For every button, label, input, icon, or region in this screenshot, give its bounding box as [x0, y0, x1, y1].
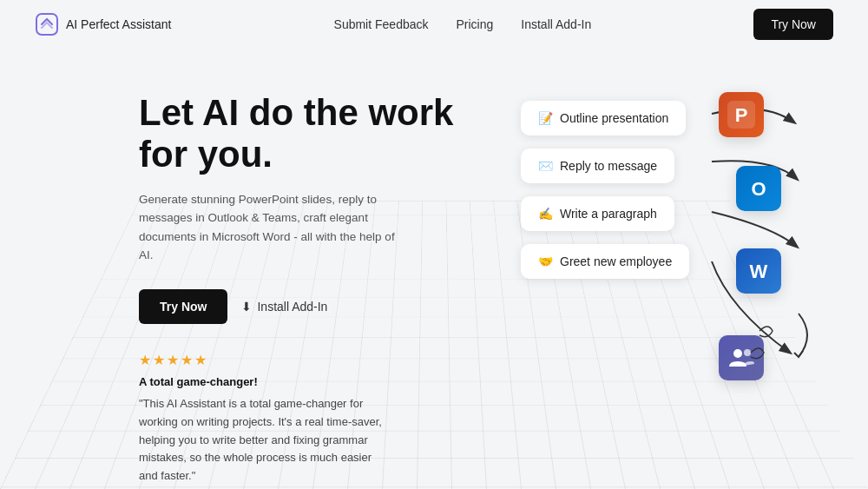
app-icon-outlook: O: [736, 166, 781, 211]
star-1: ★: [139, 352, 151, 368]
svg-point-5: [733, 349, 742, 358]
download-icon: ⬇: [241, 300, 252, 314]
review-text: "This AI Assistant is a total game-chang…: [139, 395, 391, 486]
svg-text:P: P: [735, 104, 748, 126]
logo-text: AI Perfect Assistant: [66, 17, 171, 31]
app-icon-word: W: [736, 248, 781, 294]
navbar: AI Perfect Assistant Submit Feedback Pri…: [0, 0, 868, 49]
hero-description: Generate stunning PowerPoint slides, rep…: [139, 190, 399, 265]
star-2: ★: [153, 352, 165, 368]
outline-emoji: 📝: [538, 111, 553, 125]
write-emoji: ✍️: [538, 207, 553, 221]
star-rating: ★ ★ ★ ★ ★: [139, 352, 503, 368]
nav-submit-feedback[interactable]: Submit Feedback: [334, 17, 429, 31]
logo: AI Perfect Assistant: [35, 12, 171, 36]
hero-title: Let AI do the work for you.: [139, 92, 503, 176]
nav-pricing[interactable]: Pricing: [457, 17, 494, 31]
nav-try-now-button[interactable]: Try Now: [753, 9, 833, 40]
hero-install-button[interactable]: ⬇ Install Add-In: [241, 300, 327, 314]
review-title: A total game-changer!: [139, 375, 503, 388]
greet-emoji: 🤝: [538, 254, 553, 268]
svg-text:O: O: [751, 178, 766, 200]
app-icon-powerpoint: P: [719, 92, 764, 137]
svg-text:W: W: [750, 261, 768, 282]
hero-left: Let AI do the work for you. Generate stu…: [139, 83, 503, 489]
hero-right: 📝 Outline presentation ✉️ Reply to messa…: [503, 83, 833, 448]
teams-arrow-decoration: [746, 309, 816, 370]
nav-install-addon[interactable]: Install Add-In: [521, 17, 591, 31]
star-4: ★: [181, 352, 193, 368]
nav-links: Submit Feedback Pricing Install Add-In: [334, 17, 592, 31]
hero-try-now-button[interactable]: Try Now: [139, 289, 227, 324]
svg-rect-0: [36, 14, 57, 35]
hero-buttons: Try Now ⬇ Install Add-In: [139, 289, 503, 324]
star-5: ★: [194, 352, 207, 368]
logo-icon: [35, 12, 59, 36]
reply-emoji: ✉️: [538, 159, 553, 173]
star-3: ★: [167, 352, 179, 368]
main-content: Let AI do the work for you. Generate stu…: [0, 49, 868, 489]
